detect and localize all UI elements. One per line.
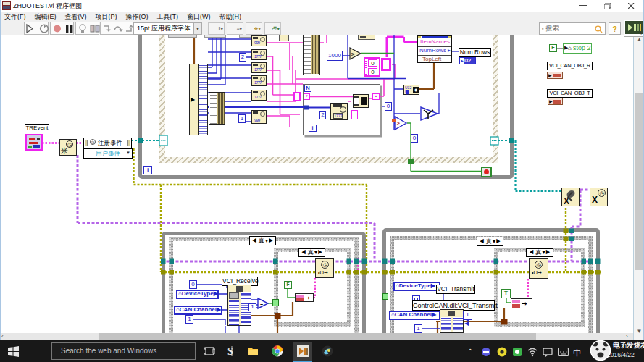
svg-text:X: X xyxy=(564,196,569,206)
svg-text:=: = xyxy=(260,301,263,306)
svg-text:S: S xyxy=(227,346,233,357)
svg-text:≥: ≥ xyxy=(351,51,355,58)
svg-text:≥: ≥ xyxy=(397,121,400,126)
